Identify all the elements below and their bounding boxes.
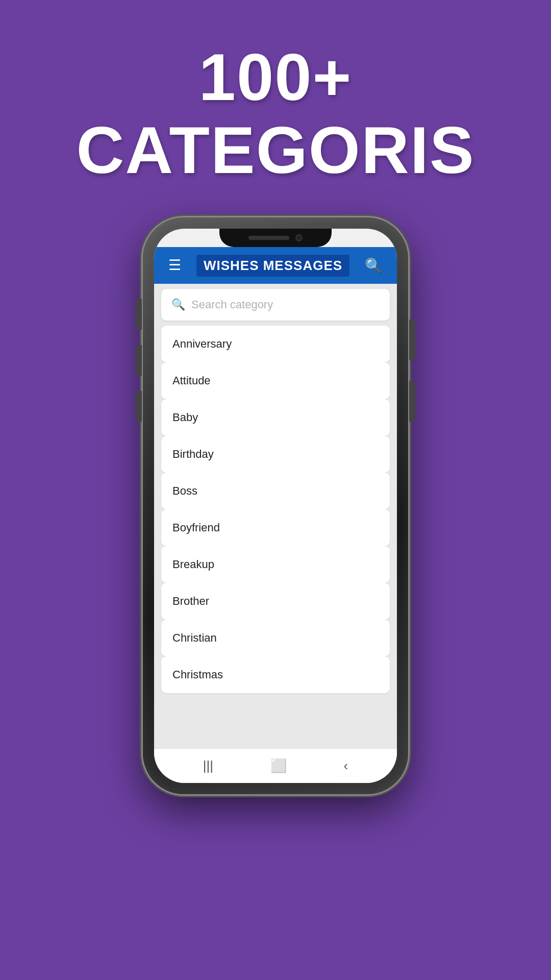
category-label: Baby <box>172 411 198 424</box>
phone-notch <box>219 229 332 247</box>
category-label: Attitude <box>172 374 211 387</box>
search-placeholder: Search category <box>191 298 273 311</box>
category-item[interactable]: Christmas <box>161 656 390 693</box>
category-item[interactable]: Boss <box>161 473 390 509</box>
category-label: Birthday <box>172 448 214 461</box>
search-icon[interactable]: 🔍 <box>365 257 383 274</box>
category-item[interactable]: Birthday <box>161 436 390 473</box>
phone-screen: ☰ WISHES MESSAGES 🔍 🔍 Search category An… <box>154 229 397 783</box>
category-label: Boss <box>172 484 197 498</box>
category-label: Boyfriend <box>172 521 220 534</box>
category-label: Anniversary <box>172 337 232 351</box>
category-label: Brother <box>172 595 209 608</box>
bottom-nav: ||| ⬜ ‹ <box>154 748 397 783</box>
category-label: Christian <box>172 631 217 645</box>
app-title: WISHES MESSAGES <box>196 255 349 277</box>
notch-camera <box>295 234 303 241</box>
category-item[interactable]: Christian <box>161 620 390 656</box>
category-item[interactable]: Baby <box>161 399 390 436</box>
hero-title: 100+ CATEGORIS <box>76 41 474 187</box>
category-item[interactable]: Boyfriend <box>161 509 390 546</box>
category-label: Christmas <box>172 668 223 681</box>
category-item[interactable]: Brother <box>161 583 390 620</box>
nav-back-icon[interactable]: ‹ <box>343 758 348 774</box>
notch-speaker <box>248 236 289 240</box>
app-bar: ☰ WISHES MESSAGES 🔍 <box>154 247 397 284</box>
nav-home-icon[interactable]: ⬜ <box>270 758 287 774</box>
content-area: 🔍 Search category AnniversaryAttitudeBab… <box>154 284 397 748</box>
category-list: AnniversaryAttitudeBabyBirthdayBossBoyfr… <box>161 326 390 693</box>
phone-shell: ☰ WISHES MESSAGES 🔍 🔍 Search category An… <box>143 217 408 794</box>
search-input-icon: 🔍 <box>171 298 185 311</box>
search-box[interactable]: 🔍 Search category <box>161 289 390 321</box>
category-item[interactable]: Anniversary <box>161 326 390 362</box>
category-item[interactable]: Attitude <box>161 362 390 399</box>
menu-icon[interactable]: ☰ <box>168 258 181 273</box>
category-item[interactable]: Breakup <box>161 546 390 583</box>
nav-recent-icon[interactable]: ||| <box>203 758 213 774</box>
phone-mockup: ☰ WISHES MESSAGES 🔍 🔍 Search category An… <box>143 217 408 794</box>
category-label: Breakup <box>172 558 214 571</box>
